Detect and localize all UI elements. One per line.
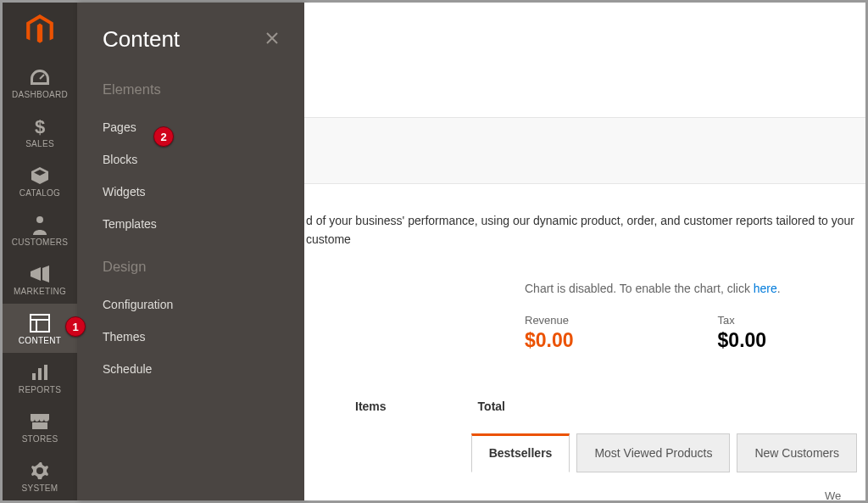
annotation-badge-2: 2 bbox=[153, 126, 174, 147]
metric-value: $0.00 bbox=[718, 329, 767, 352]
metric-tax: Tax$0.00 bbox=[718, 314, 767, 352]
sidebar-item-marketing[interactable]: MARKETING bbox=[3, 254, 77, 304]
no-records-text: We couldn't find any records bbox=[825, 489, 865, 503]
magento-logo bbox=[3, 3, 77, 58]
sidebar-item-label: CUSTOMERS bbox=[12, 238, 68, 247]
submenu-group-title: Elements bbox=[103, 81, 279, 98]
metric-label: Tax bbox=[718, 314, 767, 327]
dashboard-icon bbox=[29, 67, 51, 87]
order-cols: Items Total bbox=[304, 400, 865, 413]
annotation-badge-1: 1 bbox=[65, 316, 86, 337]
info-banner-text: d of your business' performance, using o… bbox=[304, 184, 865, 249]
submenu-link-widgets[interactable]: Widgets bbox=[103, 176, 279, 208]
sidebar-item-label: SYSTEM bbox=[22, 483, 58, 493]
metric-value: $0.00 bbox=[525, 329, 574, 352]
col-items-header: Items bbox=[355, 400, 387, 413]
magento-logo-icon bbox=[25, 14, 54, 47]
submenu-link-schedule[interactable]: Schedule bbox=[103, 353, 279, 385]
submenu-link-configuration[interactable]: Configuration bbox=[103, 288, 279, 321]
submenu-group-title: Design bbox=[103, 259, 279, 275]
sidebar-item-label: CONTENT bbox=[19, 336, 61, 345]
top-band bbox=[304, 3, 865, 118]
svg-rect-2 bbox=[31, 315, 49, 332]
svg-point-1 bbox=[36, 216, 43, 223]
chart-disabled-suffix: . bbox=[777, 282, 781, 295]
metrics-row: Revenue$0.00Tax$0.00 bbox=[525, 314, 865, 352]
megaphone-icon bbox=[29, 264, 51, 284]
mid-band bbox=[304, 118, 865, 184]
svg-rect-7 bbox=[44, 365, 47, 380]
sidebar-item-stores[interactable]: STORES bbox=[3, 402, 77, 451]
sidebar-item-label: STORES bbox=[22, 434, 58, 444]
sidebar-item-label: REPORTS bbox=[19, 385, 61, 394]
tab-new-customers[interactable]: New Customers bbox=[737, 433, 857, 472]
submenu-header: Content bbox=[77, 3, 304, 70]
tab-most-viewed-products[interactable]: Most Viewed Products bbox=[576, 433, 730, 472]
storefront-icon bbox=[29, 411, 51, 432]
close-icon[interactable] bbox=[265, 30, 279, 49]
metric-revenue: Revenue$0.00 bbox=[525, 314, 574, 352]
sidebar-item-system[interactable]: SYSTEM bbox=[3, 451, 77, 500]
sidebar-item-customers[interactable]: CUSTOMERS bbox=[3, 205, 77, 254]
sidebar-item-label: SALES bbox=[25, 139, 54, 148]
sidebar-item-catalog[interactable]: CATALOG bbox=[3, 156, 77, 205]
box-icon bbox=[29, 165, 51, 186]
app-frame: DASHBOARD$SALESCATALOGCUSTOMERSMARKETING… bbox=[0, 0, 868, 503]
layout-icon bbox=[29, 313, 51, 333]
svg-text:$: $ bbox=[35, 116, 45, 137]
submenu-link-themes[interactable]: Themes bbox=[103, 321, 279, 353]
submenu-group-elements: ElementsPagesBlocksWidgetsTemplates bbox=[77, 70, 304, 247]
sidebar-item-dashboard[interactable]: DASHBOARD bbox=[3, 58, 77, 107]
chart-disabled-notice: Chart is disabled. To enable the chart, … bbox=[525, 282, 865, 295]
tab-bestsellers[interactable]: Bestsellers bbox=[471, 433, 570, 472]
sidebar-item-sales[interactable]: $SALES bbox=[3, 107, 77, 156]
sidebar-item-reports[interactable]: REPORTS bbox=[3, 353, 77, 402]
svg-rect-5 bbox=[32, 373, 36, 380]
gear-icon bbox=[29, 461, 51, 481]
content-submenu: Content ElementsPagesBlocksWidgetsTempla… bbox=[77, 3, 304, 500]
submenu-title: Content bbox=[103, 26, 180, 53]
submenu-link-templates[interactable]: Templates bbox=[103, 208, 279, 240]
submenu-group-design: DesignConfigurationThemesSchedule bbox=[77, 247, 304, 392]
dollar-icon: $ bbox=[29, 116, 51, 137]
submenu-link-blocks[interactable]: Blocks bbox=[103, 143, 279, 176]
sidebar-item-label: MARKETING bbox=[14, 287, 66, 296]
col-total-header: Total bbox=[478, 400, 505, 413]
main-content: d of your business' performance, using o… bbox=[304, 3, 865, 500]
chart-disabled-prefix: Chart is disabled. To enable the chart, … bbox=[525, 282, 754, 295]
submenu-link-pages[interactable]: Pages bbox=[103, 111, 279, 143]
metric-label: Revenue bbox=[525, 314, 574, 327]
sidebar: DASHBOARD$SALESCATALOGCUSTOMERSMARKETING… bbox=[3, 3, 77, 500]
dashboard-tabs: BestsellersMost Viewed ProductsNew Custo… bbox=[471, 433, 857, 472]
svg-rect-6 bbox=[38, 368, 42, 380]
chart-enable-link[interactable]: here bbox=[754, 282, 777, 295]
sidebar-item-label: DASHBOARD bbox=[12, 90, 68, 99]
sidebar-item-label: CATALOG bbox=[19, 188, 60, 198]
person-icon bbox=[29, 215, 51, 235]
bars-icon bbox=[29, 362, 51, 383]
